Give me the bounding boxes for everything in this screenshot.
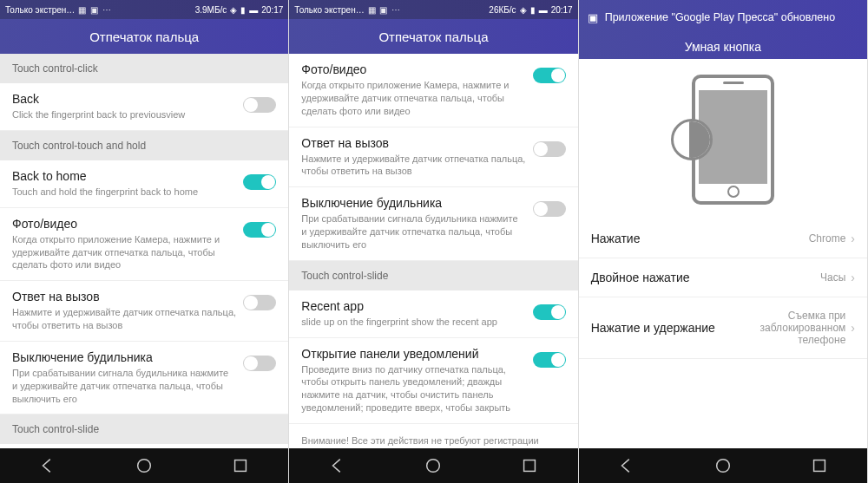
nav-home-button[interactable] [424,456,443,475]
setting-title: Ответ на вызов [12,290,236,304]
toggle-back[interactable] [243,97,276,113]
setting-row-photo[interactable]: Фото/видео Когда открыто приложение Каме… [289,54,577,127]
row-label: Нажатие [591,232,641,245]
setting-desc: При срабатывании сигнала будильника нажм… [301,212,525,251]
nav-recent-button[interactable] [231,456,250,475]
toggle-notifications[interactable] [533,352,566,368]
setting-desc: Проведите вниз по датчику отпечатка паль… [301,363,525,414]
svg-rect-5 [813,460,825,472]
nav-recent-button[interactable] [810,456,829,475]
row-label: Нажатие и удержание [591,321,715,335]
status-speed: 26КБ/с [489,5,516,15]
nav-home-button[interactable] [713,456,733,475]
wifi-icon: ◈ [230,5,237,15]
status-time: 20:17 [551,5,573,15]
chevron-right-icon: › [851,232,855,245]
toggle-back-home[interactable] [243,174,276,190]
toggle-recent[interactable] [533,304,566,320]
nav-bar [579,448,867,483]
chevron-right-icon: › [851,321,855,335]
screen-fingerprint-1: Только экстрен… ▦ ▣ ⋯ 3.9МБ/с ◈ ▮ ▬ 20:1… [0,0,289,483]
nav-home-button[interactable] [135,456,154,475]
toggle-photo[interactable] [243,222,276,238]
row-label: Двойное нажатие [591,271,690,284]
svg-rect-3 [524,460,536,472]
svg-rect-1 [234,460,246,472]
setting-row-alarm[interactable]: Выключение будильника При срабатывании с… [289,187,577,261]
setting-title: Выключение будильника [12,350,236,364]
fingerprint-icon [671,119,713,160]
settings-list[interactable]: Touch control-click Back Click the finge… [0,54,288,448]
setting-row-back-home[interactable]: Back to home Touch and hold the fingerpr… [0,160,288,208]
battery-icon: ▬ [249,5,258,15]
section-header: Touch control-slide [0,414,288,444]
setting-title: Back to home [12,169,236,183]
status-bar: Только экстрен… ▦ ▣ ⋯ 3.9МБ/с ◈ ▮ ▬ 20:1… [0,0,288,19]
row-single-press[interactable]: Нажатие Chrome › [579,219,867,258]
setting-row-notifications[interactable]: Открытие панели уведомлений Проведите вн… [289,338,577,424]
setting-title: Выключение будильника [301,196,525,210]
nav-back-button[interactable] [38,456,57,475]
nav-bar [0,448,288,483]
notification-text: Приложение "Google Play Пресса" обновлен… [605,11,835,23]
signal-icon: ▮ [530,5,536,15]
setting-row-photo[interactable]: Фото/видео Когда открыто приложение Каме… [0,208,288,282]
toggle-alarm[interactable] [533,201,566,217]
page-title: Умная кнопка [579,35,867,59]
screen-smart-button: ▣ Приложение "Google Play Пресса" обновл… [579,0,868,483]
status-icons: ▦ ▣ ⋯ [78,5,112,15]
setting-row-answer[interactable]: Ответ на вызов Нажмите и удерживайте дат… [0,281,288,342]
nav-back-button[interactable] [617,456,636,475]
nav-recent-button[interactable] [520,456,539,475]
battery-icon: ▬ [539,5,548,15]
status-carrier: Только экстрен… [5,5,75,15]
toggle-alarm[interactable] [243,356,276,371]
setting-desc: Нажмите и удерживайте датчик отпечатка п… [12,306,236,332]
notification-bar[interactable]: ▣ Приложение "Google Play Пресса" обновл… [579,0,867,35]
setting-title: Back [12,92,236,106]
status-bar: Только экстрен… ▦ ▣ ⋯ 26КБ/с ◈ ▮ ▬ 20:17 [289,0,577,19]
row-value: Часы [820,271,851,284]
setting-title: Открытие панели уведомлений [301,347,525,361]
illustration [579,59,867,219]
setting-row-alarm[interactable]: Выключение будильника При срабатывании с… [0,342,288,415]
status-icons: ▦ ▣ ⋯ [368,5,402,15]
row-long-press[interactable]: Нажатие и удержание Съемка при заблокиро… [579,297,867,359]
footnote: Внимание! Все эти действия не требуют ре… [289,424,577,448]
page-title: Отпечаток пальца [289,19,577,54]
status-carrier: Только экстрен… [294,5,364,15]
svg-point-2 [427,460,440,473]
nav-back-button[interactable] [328,456,347,475]
row-value: Chrome [809,232,852,245]
setting-title: Ответ на вызов [301,136,525,150]
nav-bar [289,448,577,483]
signal-icon: ▮ [240,5,246,15]
section-header: Touch control-click [0,54,288,83]
status-time: 20:17 [261,5,283,15]
setting-row-answer[interactable]: Ответ на вызов Нажмите и удерживайте дат… [289,127,577,188]
row-double-press[interactable]: Двойное нажатие Часы › [579,258,867,297]
setting-desc: Click the fingerprint back to previousvi… [12,108,236,121]
toggle-answer[interactable] [243,295,276,310]
status-speed: 3.9МБ/с [195,5,227,15]
svg-point-4 [716,460,729,473]
setting-desc: Touch and hold the fingerprint back to h… [12,186,236,199]
toggle-answer[interactable] [533,141,566,157]
row-value: Съемка при заблокированном телефоне [715,310,852,346]
setting-row-recent[interactable]: Recent app slide up on the fingerprint s… [289,290,577,338]
setting-title: Фото/видео [12,217,236,231]
section-header: Touch control-slide [289,261,577,290]
smart-button-content: Нажатие Chrome › Двойное нажатие Часы › … [579,59,867,448]
setting-row-back[interactable]: Back Click the fingerprint back to previ… [0,83,288,131]
toggle-photo[interactable] [533,68,566,83]
setting-desc: Когда открыто приложение Камера, нажмите… [301,79,525,118]
store-icon: ▣ [588,11,598,24]
wifi-icon: ◈ [520,5,527,15]
screen-fingerprint-2: Только экстрен… ▦ ▣ ⋯ 26КБ/с ◈ ▮ ▬ 20:17… [289,0,578,483]
setting-desc: Нажмите и удерживайте датчик отпечатка п… [301,153,525,179]
setting-desc: slide up on the fingerprint show the rec… [301,316,525,329]
chevron-right-icon: › [851,271,855,284]
settings-list[interactable]: Фото/видео Когда открыто приложение Каме… [289,54,577,448]
svg-point-0 [138,460,151,473]
setting-desc: При срабатывании сигнала будильника нажм… [12,367,236,406]
